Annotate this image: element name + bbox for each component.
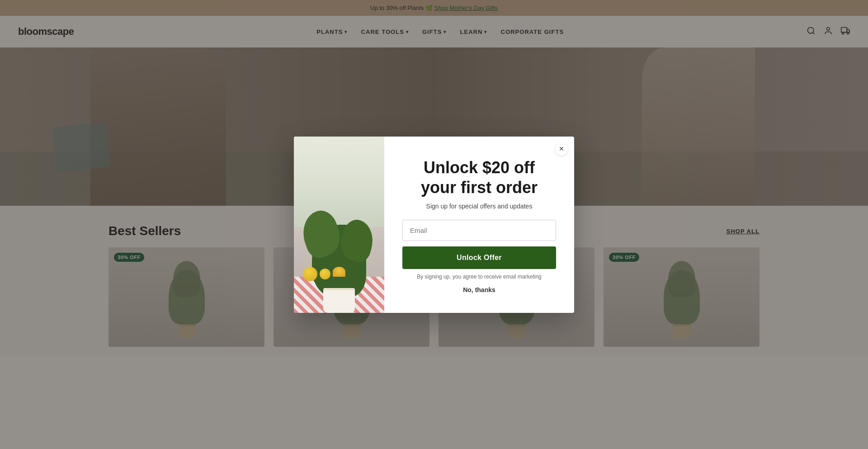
modal-dialog: × Unlock $20 off your first order Sign u… <box>294 137 574 313</box>
close-icon: × <box>559 144 564 154</box>
modal-headline: Unlock $20 off your first order <box>402 158 556 197</box>
modal-plant-leaves <box>312 225 366 297</box>
modal-disclaimer: By signing up, you agree to receive emai… <box>402 274 556 280</box>
citrus-half <box>333 267 345 277</box>
modal-overlay[interactable]: × Unlock $20 off your first order Sign u… <box>0 0 868 356</box>
citrus-whole-2 <box>320 269 330 279</box>
modal-headline-line1: Unlock $20 off <box>424 158 535 177</box>
no-thanks-button[interactable]: No, thanks <box>402 286 556 293</box>
citrus-whole <box>303 267 317 281</box>
modal-image-panel <box>294 137 384 313</box>
modal-citrus <box>303 267 345 281</box>
modal-headline-line2: your first order <box>421 178 538 197</box>
modal-plant-pot <box>323 288 355 313</box>
modal-subtext: Sign up for special offers and updates <box>402 203 556 210</box>
email-input[interactable] <box>402 220 556 241</box>
unlock-offer-button[interactable]: Unlock Offer <box>402 246 556 269</box>
modal-content-panel: × Unlock $20 off your first order Sign u… <box>384 137 574 313</box>
modal-close-button[interactable]: × <box>555 143 568 156</box>
